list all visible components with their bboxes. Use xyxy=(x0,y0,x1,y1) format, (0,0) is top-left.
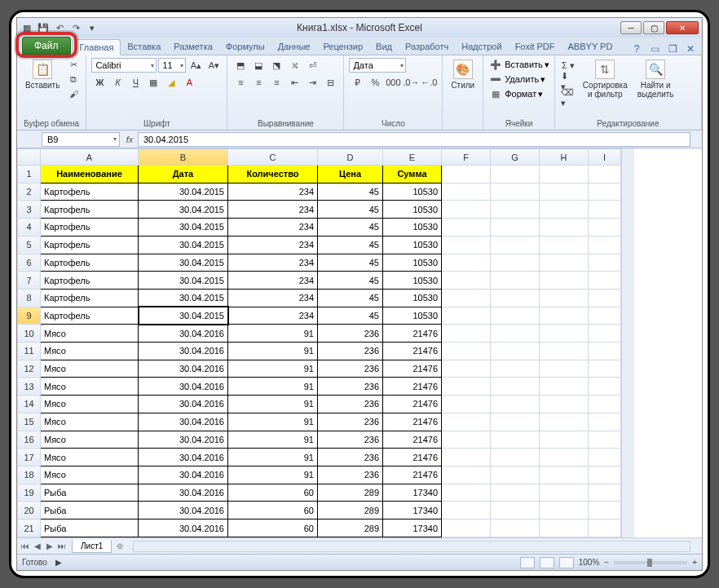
cell[interactable]: 30.04.2015 xyxy=(139,272,228,290)
cell[interactable]: 91 xyxy=(228,396,318,413)
clear-icon[interactable]: ⌫ ▾ xyxy=(560,91,576,105)
cell[interactable] xyxy=(540,219,589,237)
percent-icon[interactable]: % xyxy=(367,75,383,90)
sort-filter-button[interactable]: ⇅ Сортировка и фильтр xyxy=(580,58,631,100)
cell[interactable] xyxy=(442,219,491,237)
sheet-nav-next-icon[interactable]: ▶ xyxy=(44,542,55,550)
cell[interactable]: 234 xyxy=(228,272,318,290)
cell[interactable]: 289 xyxy=(318,502,383,519)
cell[interactable] xyxy=(491,307,540,325)
tab-формулы[interactable]: Формулы xyxy=(219,39,271,55)
cell[interactable]: Наименование xyxy=(41,166,139,183)
cell[interactable]: 236 xyxy=(318,396,383,413)
zoom-slider[interactable] xyxy=(614,561,687,564)
cell[interactable] xyxy=(540,519,589,537)
cell[interactable]: 234 xyxy=(228,236,318,254)
cell[interactable]: Мясо xyxy=(41,466,139,484)
cell[interactable]: 45 xyxy=(318,254,383,272)
new-sheet-icon[interactable]: ⊕ xyxy=(112,542,128,550)
cell[interactable]: 10530 xyxy=(383,236,442,254)
bold-button[interactable]: Ж xyxy=(91,75,108,90)
cell[interactable] xyxy=(589,343,621,360)
cell[interactable]: Мясо xyxy=(41,413,139,431)
cell[interactable] xyxy=(540,201,589,219)
font-name-combo[interactable]: Calibri xyxy=(91,58,157,73)
col-header-E[interactable]: E xyxy=(383,149,442,166)
cell[interactable] xyxy=(540,289,589,307)
cell[interactable]: 234 xyxy=(228,183,318,201)
cell[interactable]: 30.04.2016 xyxy=(139,360,228,378)
delete-cells-button[interactable]: ➖Удалить ▾ xyxy=(488,73,549,86)
formula-input[interactable]: 30.04.2015 xyxy=(138,132,690,147)
cell[interactable] xyxy=(442,396,491,413)
cell[interactable]: 236 xyxy=(318,325,383,343)
align-center-icon[interactable]: ≡ xyxy=(250,75,267,90)
cell[interactable]: 30.04.2016 xyxy=(139,466,228,484)
cell[interactable]: 21476 xyxy=(383,378,442,396)
horizontal-scrollbar[interactable] xyxy=(133,541,690,552)
cell[interactable]: 30.04.2015 xyxy=(139,254,228,272)
cell[interactable]: 30.04.2016 xyxy=(139,343,228,360)
cell[interactable] xyxy=(491,466,540,484)
cell[interactable] xyxy=(540,502,589,519)
cell[interactable] xyxy=(589,183,621,201)
cell[interactable] xyxy=(540,413,589,431)
cell[interactable] xyxy=(540,378,589,396)
align-right-icon[interactable]: ≡ xyxy=(268,75,285,90)
cell[interactable] xyxy=(540,466,589,484)
cell[interactable]: 91 xyxy=(228,466,318,484)
format-painter-icon[interactable]: 🖌 xyxy=(66,87,81,100)
cell[interactable]: 21476 xyxy=(383,360,442,378)
row-header[interactable]: 16 xyxy=(18,431,41,449)
cut-icon[interactable]: ✂ xyxy=(66,58,81,71)
cell[interactable] xyxy=(491,166,540,183)
cell[interactable]: 30.04.2016 xyxy=(139,396,228,413)
cell[interactable]: 236 xyxy=(318,378,383,396)
cell[interactable]: 10530 xyxy=(383,307,442,325)
cell[interactable]: 21476 xyxy=(383,413,442,431)
cell[interactable]: 236 xyxy=(318,413,383,431)
merge-cells-icon[interactable]: ⊟ xyxy=(322,75,338,90)
row-header[interactable]: 20 xyxy=(18,502,41,519)
sheet-nav-prev-icon[interactable]: ◀ xyxy=(32,542,43,550)
row-header[interactable]: 9 xyxy=(18,307,41,325)
row-header[interactable]: 21 xyxy=(18,519,41,537)
cell[interactable] xyxy=(491,484,540,502)
cell[interactable]: Мясо xyxy=(41,431,139,449)
row-header[interactable]: 19 xyxy=(18,484,41,502)
decrease-decimal-icon[interactable]: ←.0 xyxy=(421,75,437,90)
minimize-button[interactable]: ─ xyxy=(620,21,642,34)
col-header-H[interactable]: H xyxy=(540,149,589,166)
wrap-text-icon[interactable]: ⏎ xyxy=(304,58,320,73)
cell[interactable]: 236 xyxy=(318,466,383,484)
cell[interactable]: 30.04.2016 xyxy=(139,325,228,343)
cell[interactable] xyxy=(540,343,589,360)
cell[interactable] xyxy=(491,183,540,201)
cell[interactable]: 10530 xyxy=(383,183,442,201)
fx-icon[interactable]: fx xyxy=(121,135,138,144)
cell[interactable] xyxy=(491,289,540,307)
close-button[interactable]: ✕ xyxy=(666,21,699,34)
worksheet-grid[interactable]: ABCDEFGHI1НаименованиеДатаКоличествоЦена… xyxy=(17,148,702,537)
cell[interactable] xyxy=(589,272,621,290)
cell[interactable]: Количество xyxy=(228,166,318,183)
cell[interactable] xyxy=(442,236,491,254)
cell[interactable] xyxy=(491,413,540,431)
orientation-icon[interactable]: ⤭ xyxy=(286,58,302,73)
sheet-nav-first-icon[interactable]: ⏮ xyxy=(20,542,31,550)
cell[interactable]: Картофель xyxy=(41,183,139,201)
cell[interactable] xyxy=(442,502,491,519)
tab-данные[interactable]: Данные xyxy=(271,39,317,55)
cell[interactable]: 91 xyxy=(228,378,318,396)
cell[interactable]: Мясо xyxy=(41,325,139,343)
cell[interactable] xyxy=(540,325,589,343)
cell[interactable]: 21476 xyxy=(383,343,442,360)
name-box[interactable]: B9 xyxy=(42,132,120,147)
cell[interactable]: 234 xyxy=(228,201,318,219)
cell[interactable] xyxy=(491,502,540,519)
cell[interactable]: 30.04.2015 xyxy=(139,307,228,325)
minimize-ribbon-icon[interactable]: ▭ xyxy=(648,43,661,55)
underline-button[interactable]: Ч xyxy=(127,75,143,90)
cell[interactable]: 17340 xyxy=(383,484,442,502)
file-tab[interactable]: Файл xyxy=(22,37,71,55)
